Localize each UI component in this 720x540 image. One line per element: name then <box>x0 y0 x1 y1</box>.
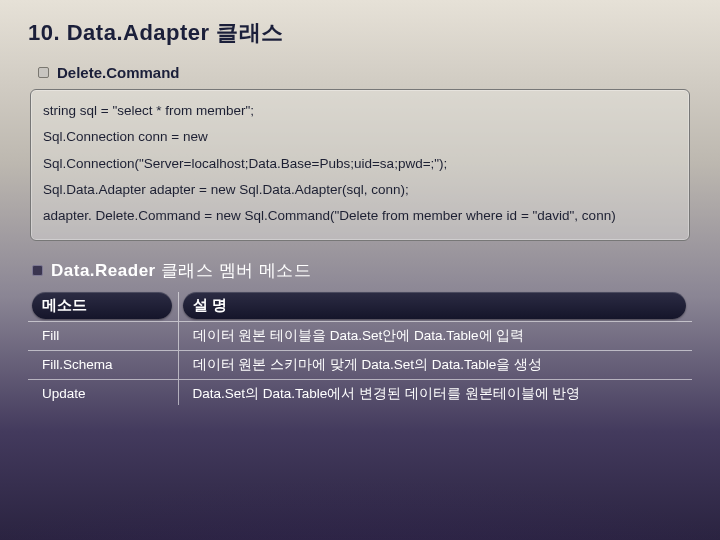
header-pill <box>183 292 687 319</box>
cell-desc: 데이터 원본 스키마에 맞게 Data.Set의 Data.Table을 생성 <box>178 350 692 379</box>
section2-title: Data.Reader 클래스 멤버 메소드 <box>51 259 311 282</box>
subtitle-row: Delete.Command <box>38 64 692 81</box>
page-title: 10. Data.Adapter 클래스 <box>28 18 692 48</box>
code-line: string sql = "select * from member"; <box>43 98 677 124</box>
code-line: Sql.Connection("Server=localhost;Data.Ba… <box>43 151 677 177</box>
subtitle: Delete.Command <box>57 64 180 81</box>
method-table: 메소드 설 명 Fill 데이터 원본 테이블을 Data.Set안에 Data… <box>28 292 692 406</box>
cell-desc: Data.Set의 Data.Table에서 변경된 데이터를 원본테이블에 반… <box>178 380 692 406</box>
code-line: adapter. Delete.Command = new Sql.Comman… <box>43 203 677 229</box>
code-line: Sql.Data.Adapter adapter = new Sql.Data.… <box>43 177 677 203</box>
slide: 10. Data.Adapter 클래스 Delete.Command stri… <box>0 0 720 540</box>
cell-method: Fill.Schema <box>28 350 178 379</box>
cell-method: Fill <box>28 321 178 350</box>
bullet-icon <box>38 67 49 78</box>
section2-bold: Data.Reader <box>51 261 156 280</box>
section2-row: Data.Reader 클래스 멤버 메소드 <box>32 259 692 282</box>
cell-method: Update <box>28 380 178 406</box>
code-box: string sql = "select * from member"; Sql… <box>30 89 690 241</box>
table-row: Fill 데이터 원본 테이블을 Data.Set안에 Data.Table에 … <box>28 321 692 350</box>
cell-desc: 데이터 원본 테이블을 Data.Set안에 Data.Table에 입력 <box>178 321 692 350</box>
bullet-icon <box>32 265 43 276</box>
table-header-method: 메소드 <box>28 292 178 322</box>
table-row: Update Data.Set의 Data.Table에서 변경된 데이터를 원… <box>28 380 692 406</box>
table-header-desc: 설 명 <box>178 292 692 322</box>
table-header-row: 메소드 설 명 <box>28 292 692 322</box>
table-row: Fill.Schema 데이터 원본 스키마에 맞게 Data.Set의 Dat… <box>28 350 692 379</box>
section2-rest: 클래스 멤버 메소드 <box>156 261 312 280</box>
code-line: Sql.Connection conn = new <box>43 124 677 150</box>
